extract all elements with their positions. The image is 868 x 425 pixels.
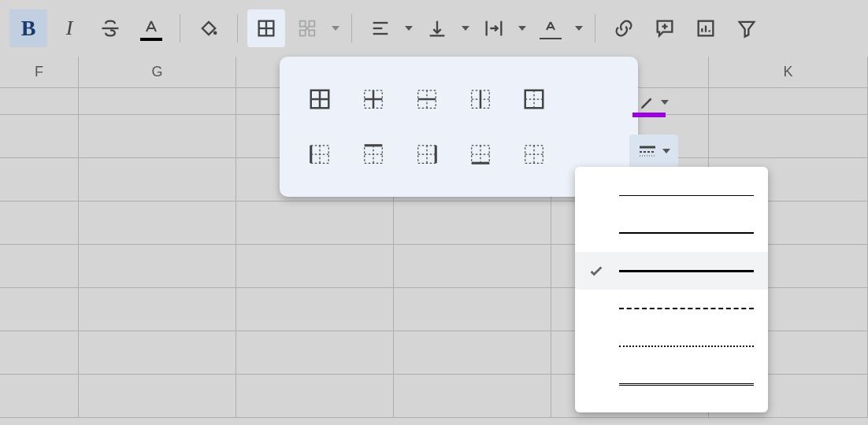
border-bottom-button[interactable]: [461, 131, 500, 178]
border-left-icon: [308, 142, 332, 166]
border-outer-icon: [522, 87, 546, 111]
chevron-down-icon: [518, 26, 526, 31]
cell[interactable]: [0, 158, 79, 201]
cell[interactable]: [709, 115, 868, 158]
strikethrough-button[interactable]: [91, 9, 129, 47]
rotation-underline: [540, 38, 562, 39]
comment-icon: [654, 17, 676, 39]
cell[interactable]: [0, 88, 79, 115]
rotation-caret[interactable]: [573, 26, 585, 31]
cell[interactable]: [0, 201, 79, 245]
text-wrap-button[interactable]: [475, 9, 513, 47]
cell[interactable]: [709, 88, 868, 115]
insert-chart-button[interactable]: [687, 9, 725, 47]
border-style-thick[interactable]: [575, 252, 768, 290]
cell[interactable]: [0, 288, 79, 331]
cell[interactable]: [79, 288, 236, 331]
border-style-thin[interactable]: [575, 176, 768, 214]
cell[interactable]: [394, 245, 551, 288]
wrap-caret[interactable]: [516, 26, 529, 31]
cell[interactable]: [394, 331, 551, 375]
merge-caret[interactable]: [329, 26, 342, 31]
border-bottom-icon: [469, 142, 492, 166]
border-right-button[interactable]: [407, 131, 447, 178]
cell[interactable]: [394, 201, 551, 245]
border-all-button[interactable]: [300, 76, 339, 123]
line-thin-icon: [619, 195, 754, 196]
border-vertical-icon: [469, 87, 492, 111]
fill-color-button[interactable]: [190, 9, 228, 47]
line-dotted-icon: [619, 346, 754, 347]
column-header-k[interactable]: K: [709, 57, 868, 88]
divider: [351, 14, 352, 42]
border-horizontal-button[interactable]: [407, 76, 447, 123]
strikethrough-icon: [99, 17, 121, 39]
checkmark-icon: [588, 262, 605, 279]
cell[interactable]: [0, 115, 79, 158]
cell[interactable]: [0, 331, 79, 375]
cell[interactable]: [394, 288, 551, 331]
divider: [595, 14, 595, 42]
insert-comment-button[interactable]: [646, 9, 684, 47]
border-type-grid: [300, 76, 607, 178]
italic-button[interactable]: I: [50, 9, 88, 47]
bold-button[interactable]: B: [9, 9, 47, 47]
chevron-down-icon: [575, 26, 583, 31]
line-thick-icon: [619, 270, 754, 272]
svg-point-1: [213, 31, 217, 35]
horizontal-align-button[interactable]: [362, 9, 399, 47]
cell[interactable]: [394, 375, 551, 418]
valign-bottom-icon: [426, 17, 448, 39]
border-style-button[interactable]: [629, 135, 678, 168]
cell[interactable]: [236, 331, 394, 375]
text-color-button[interactable]: [132, 9, 170, 47]
border-style-double[interactable]: [575, 365, 768, 403]
cell[interactable]: [79, 245, 236, 288]
halign-caret[interactable]: [402, 26, 415, 31]
text-rotation-button[interactable]: [532, 9, 569, 47]
cell[interactable]: [79, 375, 236, 418]
border-tools: [629, 86, 678, 168]
line-double-icon: [619, 383, 754, 386]
filter-button[interactable]: [728, 9, 766, 47]
border-horizontal-icon: [415, 87, 439, 111]
cell[interactable]: [79, 201, 236, 245]
pencil-icon: [639, 94, 656, 111]
border-vertical-button[interactable]: [461, 76, 500, 123]
line-medium-icon: [619, 232, 754, 234]
formatting-toolbar: B I: [0, 0, 868, 57]
chevron-down-icon: [332, 26, 339, 31]
border-none-button[interactable]: [514, 131, 554, 178]
borders-button[interactable]: [247, 9, 285, 47]
chevron-down-icon: [662, 149, 670, 153]
border-left-button[interactable]: [300, 131, 339, 178]
cell[interactable]: [0, 245, 79, 288]
column-header-g[interactable]: G: [79, 57, 236, 88]
vertical-align-button[interactable]: [418, 9, 456, 47]
cell[interactable]: [79, 331, 236, 375]
merge-cells-button: [288, 9, 326, 47]
cell[interactable]: [79, 88, 236, 115]
cell[interactable]: [79, 115, 236, 158]
border-style-dotted[interactable]: [575, 327, 768, 365]
text-rotation-icon: [541, 19, 560, 38]
cell[interactable]: [236, 375, 394, 418]
column-header-f[interactable]: F: [0, 57, 79, 88]
valign-caret[interactable]: [459, 26, 472, 31]
border-style-dashed[interactable]: [575, 290, 768, 327]
cell[interactable]: [236, 201, 394, 245]
border-inner-button[interactable]: [354, 76, 393, 123]
italic-icon: I: [66, 17, 73, 40]
merge-cells-icon: [296, 17, 318, 39]
bold-icon: B: [21, 16, 36, 41]
cell[interactable]: [79, 158, 236, 201]
cell[interactable]: [236, 288, 394, 331]
cell[interactable]: [0, 375, 79, 418]
border-outer-button[interactable]: [514, 76, 554, 123]
border-color-button[interactable]: [629, 86, 678, 119]
border-style-medium[interactable]: [575, 214, 768, 252]
cell[interactable]: [236, 245, 394, 288]
border-top-button[interactable]: [354, 131, 393, 178]
insert-link-button[interactable]: [605, 9, 643, 47]
border-inner-icon: [362, 87, 385, 111]
